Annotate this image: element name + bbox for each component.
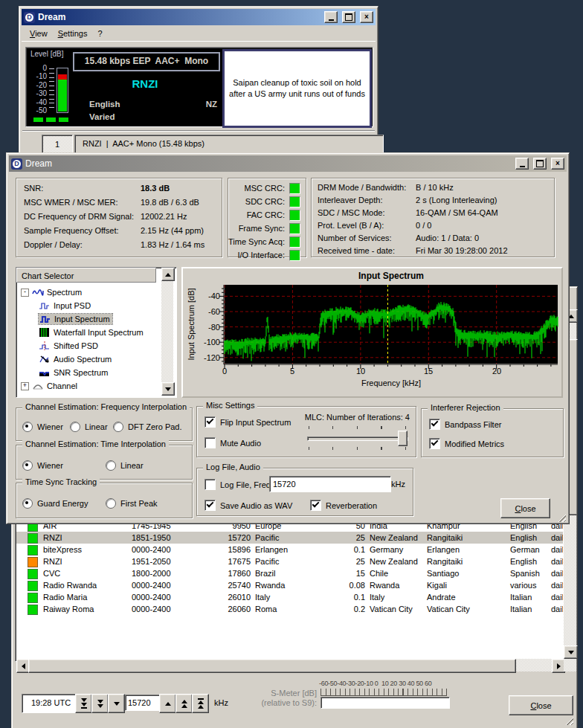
cell-frequency: 26060 [202,603,251,615]
level-tick: -20 [28,81,47,89]
resize-grip[interactable] [558,514,566,522]
radio-linear-time[interactable]: Linear [106,460,144,471]
radio-wiener-freq[interactable]: Wiener [22,422,63,432]
dialog-close-button[interactable]: Close [500,498,550,518]
bandpass-filter-checkbox[interactable]: Bandpass Filter [429,419,501,430]
radio-linear-freq[interactable]: Linear [70,422,108,432]
freq-up-medium-button[interactable] [175,694,193,713]
status-value: 18.3 dB [141,184,170,193]
radio-wiener-time[interactable]: Wiener [22,460,63,471]
mlc-iterations-label: MLC: Number of Iterations: 4 [305,413,410,422]
cell-target: Italy [255,591,270,603]
time-sync-group: Time Sync Tracking Guard Energy First Pe… [16,483,193,518]
status-label: Sample Frequency Offset: [24,226,119,235]
close-window-button[interactable]: × [360,11,373,23]
cell-target: Rwanda [255,579,285,591]
level-bar-red [58,74,67,80]
interferer-rejection-group: Interferer Rejection Bandpass Filter Mod… [421,408,564,457]
cell-frequency: 15896 [202,544,251,555]
mlc-iterations-slider[interactable] [306,425,410,451]
flip-input-spectrum-checkbox[interactable]: Flip Input Spectrum [204,416,291,428]
tree-item-snr-spectrum[interactable]: SNR Spectrum [39,366,108,379]
minimize-button[interactable] [324,11,338,23]
radio-dft-zero-pad[interactable]: DFT Zero Pad. [113,422,182,432]
status-value: 2.15 Hz (44 ppm) [141,226,204,235]
input-spectrum-chart: Input Spectrum Input Spectrum [dB] Frequ… [181,267,563,398]
menu-help[interactable]: ? [92,27,107,40]
tree-item-input-spectrum[interactable]: Input Spectrum [39,312,112,326]
hscroll-thumb[interactable] [28,659,516,673]
station-row[interactable]: RNZI 1951-2050 17675 Pacific 25 New Zeal… [16,555,563,567]
level-tick: -30 [28,89,47,97]
cell-power: 0.08 [325,579,365,591]
log-file-freq-checkbox[interactable]: Log File, Freq: [204,479,273,490]
save-audio-wav-checkbox[interactable]: Save Audio as WAV [204,500,292,511]
log-freq-input[interactable] [269,476,391,492]
tree-label: Input PSD [54,301,91,310]
down-arrow-icon [114,702,120,706]
tree-item-spectrum[interactable]: - Spectrum [21,286,82,299]
station-row[interactable]: Raiway Roma 0000-2400 26060 Roma 0.2 Vat… [16,603,563,615]
menu-view[interactable]: View [25,27,53,40]
station-row[interactable]: Radio Rwanda 0000-2400 25740 Rwanda 0.08… [16,579,563,591]
minimize-button[interactable] [515,158,529,170]
freq-up-fast-button[interactable] [192,694,209,713]
stations-hscrollbar[interactable] [16,659,564,671]
service-1-button[interactable]: 1 [42,135,73,154]
dialog-titlebar[interactable]: D Dream × [9,155,567,172]
frame-sync-led-icon [289,223,300,234]
station-row-selected[interactable]: RNZI 1851-1950 15720 Pacific 25 New Zeal… [16,532,563,544]
service-country: NZ [206,100,217,109]
cell-power: 15 [325,567,365,579]
expand-icon[interactable]: + [21,382,29,390]
vscroll-down-button[interactable] [564,645,578,659]
channel-icon [32,381,44,390]
chart-selector-header[interactable]: Chart Selector [16,268,156,283]
main-titlebar[interactable]: D Dream × [22,9,376,25]
tree-item-waterfall[interactable]: Waterfall Input Spectrum [39,326,144,339]
shifted-psd-icon [39,341,51,350]
cell-country: New Zealand [370,532,418,544]
tree-item-input-psd[interactable]: Input PSD [39,299,91,312]
cell-name: CVC [43,567,60,579]
main-window: D Dream × View Settings ? Level [dB] 0 -… [19,6,379,154]
spectrum-icon [32,288,44,297]
station-row[interactable]: Radio Maria 0000-2400 26010 Italy 0.1 It… [16,591,563,603]
tree-item-shifted-psd[interactable]: Shifted PSD [39,339,98,352]
station-row[interactable]: biteXpress 0000-2400 15896 Erlangen 0.1 … [16,544,563,555]
selector-scroll-trough[interactable] [161,280,173,382]
freq-up-button[interactable] [159,694,176,713]
reverberation-checkbox[interactable]: Reverberation [310,500,377,511]
radio-guard-energy[interactable]: Guard Energy [22,498,88,509]
selector-scroll-down[interactable] [161,382,175,396]
maximize-button[interactable] [342,11,355,23]
cell-target: Erlangen [255,544,288,555]
stations-close-button[interactable]: Close [509,695,573,715]
freq-down-medium-button[interactable] [91,694,109,713]
mode-value: 2 s (Long Interleaving) [416,196,497,204]
maximize-button[interactable] [533,158,547,170]
audio-spectrum-icon [39,355,51,364]
selector-scroll-up[interactable] [161,268,175,281]
radio-first-peak[interactable]: First Peak [106,498,158,509]
checkbox-label: Flip Input Spectrum [220,418,291,427]
led-label: I/O Interface: [237,251,285,260]
collapse-icon[interactable]: - [21,289,29,297]
frequency-input[interactable] [125,695,162,711]
slider-groove[interactable] [307,437,408,441]
slider-handle[interactable] [398,431,408,446]
close-window-button[interactable]: × [551,158,564,170]
freq-down-fast-button[interactable] [75,694,92,713]
menu-settings[interactable]: Settings [53,27,93,40]
station-row[interactable]: CVC 1800-2000 17860 Brazil 15 Chile Sant… [16,567,563,579]
tree-item-channel[interactable]: + Channel [21,379,77,393]
input-spectrum-icon [39,315,51,323]
modified-metrics-checkbox[interactable]: Modified Metrics [429,438,504,449]
freq-down-button[interactable] [108,694,125,713]
bar-icon [81,707,87,709]
down-arrow-icon [165,387,171,391]
snr-spectrum-icon [39,368,51,377]
resize-grip[interactable] [565,717,573,725]
mute-audio-checkbox[interactable]: Mute Audio [204,437,261,448]
tree-item-audio-spectrum[interactable]: Audio Spectrum [39,352,112,366]
